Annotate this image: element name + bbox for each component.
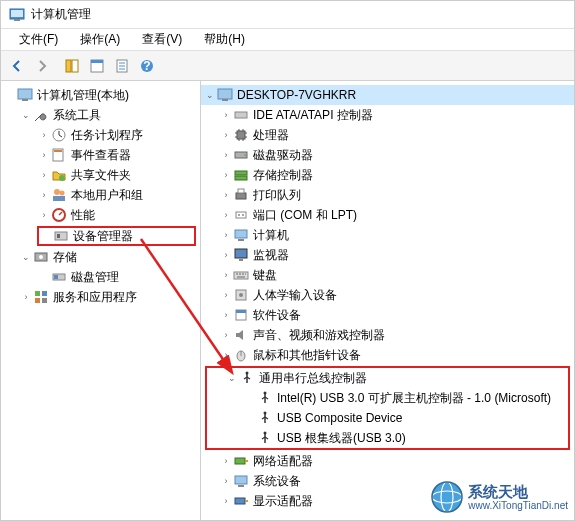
expand-icon[interactable]: ›	[219, 494, 233, 508]
tree-label: Intel(R) USB 3.0 可扩展主机控制器 - 1.0 (Microso…	[277, 390, 551, 407]
svg-point-16	[54, 189, 60, 195]
device-net-adapters[interactable]: ›网络适配器	[201, 451, 574, 471]
svg-rect-64	[235, 476, 247, 484]
device-ports[interactable]: ›端口 (COM 和 LPT)	[201, 205, 574, 225]
device-print-queue[interactable]: ›打印队列	[201, 185, 574, 205]
device-tree-computer[interactable]: ⌄ DESKTOP-7VGHKRR	[201, 85, 574, 105]
tree-system-tools[interactable]: ⌄ 系统工具	[1, 105, 200, 125]
expand-icon[interactable]: ›	[19, 290, 33, 304]
toggle-placeholder	[39, 229, 53, 243]
expand-icon[interactable]: ›	[219, 268, 233, 282]
disk-drive-icon	[233, 147, 249, 163]
collapse-icon[interactable]: ⌄	[19, 108, 33, 122]
tree-label: 磁盘驱动器	[253, 147, 313, 164]
collapse-icon[interactable]: ⌄	[203, 88, 217, 102]
menu-view[interactable]: 查看(V)	[132, 29, 192, 50]
left-tree-pane[interactable]: 计算机管理(本地) ⌄ 系统工具 › 任务计划程序 › 事件查看器 › 共享文件…	[1, 81, 201, 520]
menu-action[interactable]: 操作(A)	[70, 29, 130, 50]
device-monitors[interactable]: ›监视器	[201, 245, 574, 265]
computer-mgmt-icon	[17, 87, 33, 103]
device-software[interactable]: ›软件设备	[201, 305, 574, 325]
device-hid[interactable]: ›人体学输入设备	[201, 285, 574, 305]
svg-rect-26	[35, 291, 40, 296]
tree-shared-folders[interactable]: › 共享文件夹	[1, 165, 200, 185]
expand-icon[interactable]: ›	[219, 148, 233, 162]
expand-icon[interactable]: ›	[219, 188, 233, 202]
tree-performance[interactable]: › 性能	[1, 205, 200, 225]
svg-rect-10	[18, 89, 32, 99]
expand-icon[interactable]: ›	[37, 188, 51, 202]
svg-rect-38	[236, 193, 246, 199]
show-hide-tree-button[interactable]	[60, 54, 84, 78]
svg-rect-20	[55, 232, 67, 240]
device-usb-intel[interactable]: Intel(R) USB 3.0 可扩展主机控制器 - 1.0 (Microso…	[207, 388, 568, 408]
system-device-icon	[233, 473, 249, 489]
device-usb-composite[interactable]: USB Composite Device	[207, 408, 568, 428]
forward-button[interactable]	[30, 54, 54, 78]
toggle-placeholder	[243, 431, 257, 445]
expand-icon[interactable]: ›	[219, 474, 233, 488]
device-storage-ctrl[interactable]: ›存储控制器	[201, 165, 574, 185]
device-disk-drives[interactable]: ›磁盘驱动器	[201, 145, 574, 165]
expand-icon[interactable]: ›	[219, 108, 233, 122]
export-list-button[interactable]	[110, 54, 134, 78]
network-adapter-icon	[233, 453, 249, 469]
svg-rect-45	[235, 249, 247, 258]
tree-device-manager[interactable]: 设备管理器	[37, 226, 196, 246]
back-button[interactable]	[5, 54, 29, 78]
expand-icon[interactable]: ›	[219, 288, 233, 302]
tree-event-viewer[interactable]: › 事件查看器	[1, 145, 200, 165]
shared-folder-icon	[51, 167, 67, 183]
tree-local-users[interactable]: › 本地用户和组	[1, 185, 200, 205]
computer-icon	[217, 87, 233, 103]
tree-storage[interactable]: ⌄ 存储	[1, 247, 200, 267]
expand-icon[interactable]: ›	[37, 128, 51, 142]
collapse-icon[interactable]	[3, 88, 17, 102]
expand-icon[interactable]: ›	[37, 148, 51, 162]
expand-icon[interactable]: ›	[219, 454, 233, 468]
expand-icon[interactable]: ›	[219, 328, 233, 342]
collapse-icon[interactable]: ⌄	[225, 371, 239, 385]
device-computers[interactable]: ›计算机	[201, 225, 574, 245]
collapse-icon[interactable]: ⌄	[19, 250, 33, 264]
expand-icon[interactable]: ›	[219, 308, 233, 322]
device-usb-controllers[interactable]: ⌄通用串行总线控制器	[207, 368, 568, 388]
expand-icon[interactable]: ›	[219, 208, 233, 222]
clock-icon	[51, 127, 67, 143]
menu-file[interactable]: 文件(F)	[9, 29, 68, 50]
tree-root-computer-mgmt[interactable]: 计算机管理(本地)	[1, 85, 200, 105]
expand-icon[interactable]: ›	[219, 228, 233, 242]
device-ide[interactable]: ›IDE ATA/ATAPI 控制器	[201, 105, 574, 125]
device-keyboards[interactable]: ›键盘	[201, 265, 574, 285]
help-button[interactable]: ?	[135, 54, 159, 78]
device-cpu[interactable]: ›处理器	[201, 125, 574, 145]
tree-disk-mgmt[interactable]: 磁盘管理	[1, 267, 200, 287]
tree-services-apps[interactable]: › 服务和应用程序	[1, 287, 200, 307]
device-usb-root-hub[interactable]: USB 根集线器(USB 3.0)	[207, 428, 568, 448]
tree-task-scheduler[interactable]: › 任务计划程序	[1, 125, 200, 145]
svg-rect-39	[238, 189, 244, 193]
svg-rect-30	[218, 89, 232, 99]
svg-point-15	[59, 175, 65, 181]
menu-help[interactable]: 帮助(H)	[194, 29, 255, 50]
device-mouse[interactable]: ›鼠标和其他指针设备	[201, 345, 574, 365]
expand-icon[interactable]: ›	[37, 208, 51, 222]
device-sound[interactable]: ›声音、视频和游戏控制器	[201, 325, 574, 345]
expand-icon[interactable]: ›	[219, 348, 233, 362]
tree-label: USB 根集线器(USB 3.0)	[277, 430, 406, 447]
titlebar: 计算机管理	[1, 1, 574, 29]
svg-rect-63	[245, 460, 248, 462]
properties-button[interactable]	[85, 54, 109, 78]
expand-icon[interactable]: ›	[219, 128, 233, 142]
hid-icon	[233, 287, 249, 303]
users-icon	[51, 187, 67, 203]
svg-rect-40	[236, 212, 246, 218]
expand-icon[interactable]: ›	[37, 168, 51, 182]
software-icon	[233, 307, 249, 323]
computer-mgmt-icon	[9, 7, 25, 23]
svg-point-23	[39, 255, 43, 259]
right-tree-pane[interactable]: ⌄ DESKTOP-7VGHKRR ›IDE ATA/ATAPI 控制器 ›处理…	[201, 81, 574, 520]
expand-icon[interactable]: ›	[219, 168, 233, 182]
expand-icon[interactable]: ›	[219, 248, 233, 262]
toolbar: ?	[1, 51, 574, 81]
